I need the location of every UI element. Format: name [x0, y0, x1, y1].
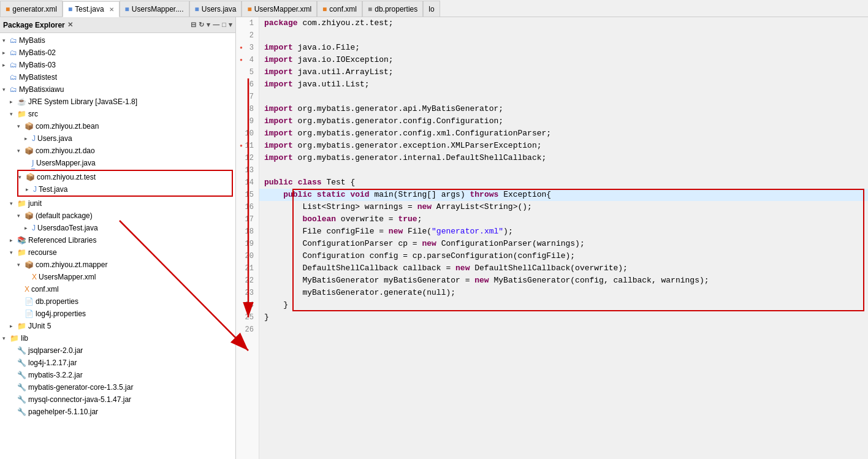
code-line-25: } — [259, 311, 868, 324]
explorer-header: Package Explorer ✕ ⊟ ↻ ▾ — □ ▾ — [0, 17, 235, 33]
code-line-26 — [259, 324, 868, 336]
code-line-11: import org.mybatis.generator.exception.X… — [259, 140, 868, 152]
tree-item-jre[interactable]: ▸ ☕ JRE System Library [JavaSE-1.8] — [0, 96, 235, 108]
tree-item-usersdaotest[interactable]: ▸ J UsersdaoTest.java — [0, 222, 235, 234]
line-numbers: 1 2 3 4 5 6 7 8 9 10 11 12 13 14 15 16 1… — [236, 17, 259, 459]
tree-item-referenced-libs[interactable]: ▸ 📚 Referenced Libraries — [0, 234, 235, 246]
code-line-9: import org.mybatis.generator.config.Conf… — [259, 115, 868, 127]
tab-label: Test.java — [75, 5, 104, 13]
view-menu-icon[interactable]: ▾ — [229, 21, 232, 29]
explorer-tree: ▾ 🗂 MyBatis ▸ 🗂 MyBatis-02 ▸ 🗂 MyBatis-0… — [0, 33, 235, 459]
tree-item-mysql-jar[interactable]: 🔧 mysql-connector-java-5.1.47.jar — [0, 393, 235, 406]
code-line-23: myBatisGenerator.generate(null); — [259, 287, 868, 299]
properties-icon: ■ — [368, 5, 372, 13]
tab-users-java[interactable]: ■ Users.java — [189, 1, 242, 17]
tree-item-mybatis-jar[interactable]: 🔧 mybatis-3.2.2.jar — [0, 369, 235, 381]
tree-item-test-java[interactable]: ▸ J Test.java — [18, 183, 232, 195]
tree-item-mapper-pkg[interactable]: ▾ 📦 com.zhiyou.zt.mapper — [0, 259, 235, 271]
tree-item-users-java[interactable]: ▸ J Users.java — [0, 132, 235, 145]
code-line-16: List<String> warnings = new ArrayList<St… — [259, 201, 868, 213]
tab-label: Users.java — [202, 5, 237, 13]
tree-item-mybatis-gen-jar[interactable]: 🔧 mybatis-generator-core-1.3.5.jar — [0, 381, 235, 393]
tree-item-log4j-jar[interactable]: 🔧 log4j-1.2.17.jar — [0, 357, 235, 369]
code-line-2 — [259, 29, 868, 42]
tab-db-properties[interactable]: ■ db.properties — [362, 1, 423, 17]
tree-item-pagehelper-jar[interactable]: 🔧 pagehelper-5.1.10.jar — [0, 406, 235, 418]
xml-icon: ■ — [322, 5, 327, 13]
code-line-15: public static void main(String[] args) t… — [259, 189, 868, 201]
tree-item-lib[interactable]: ▾ 📁 lib — [0, 332, 235, 344]
code-line-20: Configuration config = cp.parseConfigura… — [259, 250, 868, 262]
tree-item-dao[interactable]: ▾ 📦 com.zhiyou.zt.dao — [0, 145, 235, 157]
tab-bar: ■ generator.xml ■ Test.java ✕ ■ UsersMap… — [0, 0, 868, 17]
tree-item-mybatistest[interactable]: 🗂 MyBatistest — [0, 71, 235, 83]
code-line-3: import java.io.File; — [259, 42, 868, 54]
package-explorer: Package Explorer ✕ ⊟ ↻ ▾ — □ ▾ ▾ 🗂 MyBat… — [0, 17, 236, 459]
collapse-icon[interactable]: ⊟ — [191, 21, 196, 29]
tab-test-java[interactable]: ■ Test.java ✕ — [63, 1, 120, 17]
code-line-14: public class Test { — [259, 176, 868, 189]
code-lines: package com.zhiyou.zt.test; import java.… — [259, 17, 868, 459]
code-line-1: package com.zhiyou.zt.test; — [259, 17, 868, 29]
tree-item-src[interactable]: ▾ 📁 src — [0, 108, 235, 120]
tree-item-junit[interactable]: ▾ 📁 junit — [0, 197, 235, 210]
code-line-18: File configFile = new File("generator.xm… — [259, 226, 868, 238]
code-editor: 1 2 3 4 5 6 7 8 9 10 11 12 13 14 15 16 1… — [236, 17, 868, 459]
xml-icon: ■ — [247, 5, 251, 13]
code-line-13 — [259, 164, 868, 176]
tab-label: db.properties — [375, 5, 417, 13]
code-line-24: } — [259, 299, 868, 311]
code-line-4: import java.io.IOException; — [259, 54, 868, 66]
java-icon: ■ — [68, 5, 72, 13]
tab-label: lo — [428, 5, 434, 13]
tree-item-bean[interactable]: ▾ 📦 com.zhiyou.zt.bean — [0, 120, 235, 132]
tree-item-mybatis03[interactable]: ▸ 🗂 MyBatis-03 — [0, 59, 235, 71]
code-line-5: import java.util.ArrayList; — [259, 66, 868, 78]
code-line-19: ConfigurationParser cp = new Configurati… — [259, 238, 868, 250]
explorer-title: Package Explorer — [3, 21, 65, 29]
tab-label: UsersMapper.xml — [254, 5, 311, 13]
java-icon: ■ — [195, 5, 199, 13]
tree-item-db-properties[interactable]: 📄 db.properties — [0, 295, 235, 308]
tree-item-usersmapper-xml[interactable]: X UsersMapper.xml — [0, 271, 235, 283]
tree-item-test-pkg[interactable]: ▾ 📦 com.zhiyou.zt.test — [18, 171, 232, 183]
code-line-8: import org.mybatis.generator.api.MyBatis… — [259, 103, 868, 115]
minimize-icon[interactable]: — — [213, 21, 219, 29]
xml-icon: ■ — [6, 5, 10, 13]
menu-icon[interactable]: ▾ — [207, 21, 210, 29]
code-line-22: MyBatisGenerator myBatisGenerator = new … — [259, 275, 868, 287]
close-icon[interactable]: ✕ — [109, 6, 114, 13]
tab-lo[interactable]: lo — [423, 1, 440, 17]
code-line-17: boolean overwrite = true; — [259, 213, 868, 226]
tab-generator-xml[interactable]: ■ generator.xml — [0, 1, 63, 17]
tree-item-recourse[interactable]: ▾ 📁 recourse — [0, 246, 235, 259]
tree-item-mybatis02[interactable]: ▸ 🗂 MyBatis-02 — [0, 47, 235, 59]
tree-item-usersmapper-java[interactable]: J̲ UsersMapper.java — [0, 157, 235, 169]
tab-label: generator.xml — [12, 5, 57, 13]
tree-item-default-pkg[interactable]: ▾ 📦 (default package) — [0, 210, 235, 222]
sync-icon[interactable]: ↻ — [199, 21, 204, 29]
tab-usersmapper[interactable]: ■ UsersMapper.... — [120, 1, 189, 17]
java-icon: ■ — [125, 5, 129, 13]
tab-usersmapper-xml[interactable]: ■ UsersMapper.xml — [242, 1, 317, 17]
code-line-12: import org.mybatis.generator.internal.De… — [259, 152, 868, 164]
code-line-21: DefaultShellCallback callback = new Defa… — [259, 262, 868, 275]
tree-item-mybatis[interactable]: ▾ 🗂 MyBatis — [0, 34, 235, 47]
tree-item-mybatisxiawu[interactable]: ▾ 🗂 MyBatisxiawu — [0, 83, 235, 96]
tree-item-jsqlparser[interactable]: 🔧 jsqlparser-2.0.jar — [0, 344, 235, 357]
code-line-10: import org.mybatis.generator.config.xml.… — [259, 127, 868, 140]
tab-label: UsersMapper.... — [132, 5, 184, 13]
maximize-icon[interactable]: □ — [222, 21, 226, 29]
code-line-6: import java.util.List; — [259, 78, 868, 91]
tree-item-junit5[interactable]: ▸ 📁 JUnit 5 — [0, 320, 235, 332]
tab-label: conf.xml — [329, 5, 357, 13]
tree-item-conf-xml[interactable]: X conf.xml — [0, 283, 235, 295]
code-line-7 — [259, 91, 868, 103]
tree-item-log4j-properties[interactable]: 📄 log4j.properties — [0, 308, 235, 320]
close-view-icon[interactable]: ✕ — [67, 21, 73, 29]
tab-conf-xml[interactable]: ■ conf.xml — [317, 1, 362, 17]
